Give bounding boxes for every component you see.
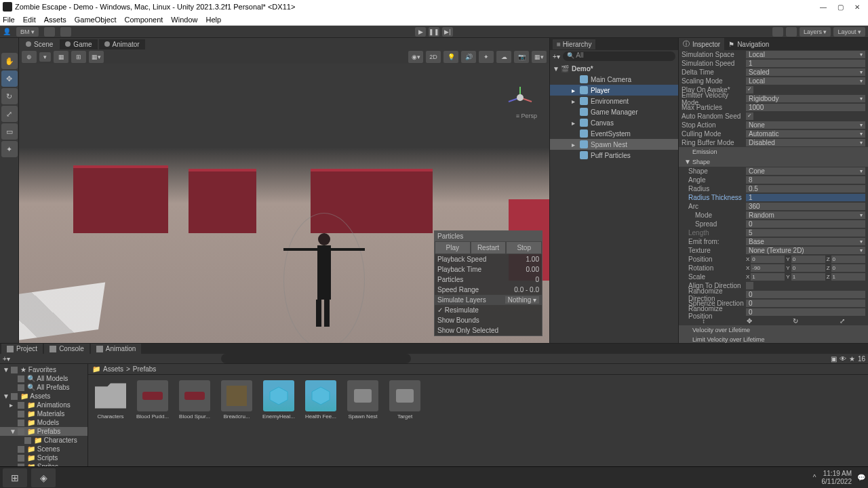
scene-visibility[interactable]: ☁ bbox=[496, 51, 511, 63]
inspector-property[interactable]: Ring Buffer ModeDisabled bbox=[679, 138, 868, 147]
inspector-module[interactable]: Emission bbox=[679, 147, 868, 157]
inspector-shape-property[interactable]: Emit from:Base bbox=[679, 237, 868, 246]
menu-component[interactable]: Component bbox=[124, 16, 163, 24]
hand-tool[interactable]: ✋ bbox=[1, 53, 18, 69]
project-tree-item[interactable]: 📁 Scripts bbox=[0, 453, 87, 462]
start-button[interactable]: ⊞ bbox=[3, 468, 27, 487]
rotate-tool[interactable]: ↻ bbox=[1, 88, 18, 104]
project-visibility-icon[interactable]: 👁 bbox=[840, 355, 846, 363]
rect-tool[interactable]: ▭ bbox=[1, 123, 18, 140]
project-tree-item[interactable]: ▼📁 Prefabs bbox=[0, 427, 87, 436]
minimize-button[interactable]: — bbox=[820, 3, 827, 11]
shape-gizmo-move-icon[interactable]: ↕ bbox=[702, 317, 705, 325]
2d-toggle[interactable]: 2D bbox=[426, 51, 441, 63]
project-breadcrumb[interactable]: 📁 Assets > Prefabs bbox=[88, 364, 868, 375]
menu-assets[interactable]: Assets bbox=[44, 16, 66, 24]
inspector-shape-property[interactable]: Radius0.5 bbox=[679, 184, 868, 193]
step-button[interactable]: ▶| bbox=[442, 27, 453, 37]
particle-row[interactable]: Simulate LayersNothing ▾ bbox=[435, 295, 542, 305]
particle-restart-button[interactable]: Restart bbox=[471, 241, 507, 254]
pause-button[interactable]: ❚❚ bbox=[429, 27, 439, 37]
inspector-shape-property[interactable]: Arc360 bbox=[679, 202, 868, 211]
tab-animation[interactable]: Animation bbox=[91, 344, 141, 354]
project-tree-item[interactable]: 📁 Characters bbox=[0, 436, 87, 445]
inspector-property[interactable]: Simulation SpaceLocal bbox=[679, 50, 868, 59]
light-toggle[interactable]: 💡 bbox=[443, 51, 458, 63]
particle-row[interactable]: Show Only Selected bbox=[435, 325, 542, 336]
project-tree-item[interactable]: ▼📁 Assets bbox=[0, 392, 87, 401]
close-button[interactable]: ✕ bbox=[854, 3, 860, 11]
menu-file[interactable]: File bbox=[3, 16, 15, 24]
audio-toggle[interactable]: 🔊 bbox=[461, 51, 476, 63]
tab-project[interactable]: Project bbox=[1, 344, 43, 354]
particle-row[interactable]: Show Bounds bbox=[435, 315, 542, 325]
inspector-module[interactable]: ▼Shape bbox=[679, 157, 868, 167]
inspector-shape-property[interactable]: ShapeCone bbox=[679, 167, 868, 176]
inspector-shape-property[interactable]: Length5 bbox=[679, 228, 868, 237]
inspector-transform-row[interactable]: RotationX-90Y0Z0 bbox=[679, 264, 868, 272]
hierarchy-search[interactable]: 🔍 All bbox=[563, 52, 675, 61]
scene-camera[interactable]: 📷 bbox=[514, 51, 529, 63]
tab-animator[interactable]: Animator bbox=[99, 39, 145, 49]
hierarchy-item[interactable]: ▸Player bbox=[550, 85, 678, 96]
menu-window[interactable]: Window bbox=[171, 16, 197, 24]
project-filter-icon[interactable]: ▣ bbox=[831, 355, 837, 363]
inspector-shape-option[interactable]: Randomize Direction0 bbox=[679, 290, 868, 299]
shape-gizmo-all-icon[interactable]: ✥ bbox=[747, 317, 752, 325]
project-tree-item[interactable]: ▸📁 Animations bbox=[0, 401, 87, 409]
inspector-module[interactable]: Velocity over Lifetime bbox=[679, 325, 868, 335]
project-fav-icon[interactable]: ★ bbox=[849, 355, 855, 363]
hierarchy-item[interactable]: Puff Particles bbox=[550, 150, 678, 161]
inspector-shape-option[interactable]: Randomize Position0 bbox=[679, 308, 868, 317]
fx-toggle[interactable]: ✦ bbox=[479, 51, 494, 63]
pivot-mode-dropdown[interactable]: ▾ bbox=[39, 52, 51, 62]
shape-gizmo-rotate-icon[interactable]: ↻ bbox=[793, 317, 798, 325]
particle-row[interactable]: ✓ Resimulate bbox=[435, 305, 542, 315]
project-tree-item[interactable]: 📁 Materials bbox=[0, 409, 87, 418]
account-icon[interactable]: 👤 bbox=[3, 28, 11, 35]
inspector-shape-property[interactable]: ModeRandom bbox=[679, 211, 868, 220]
inspector-property[interactable]: Emitter Velocity ModeRigidbody bbox=[679, 94, 868, 103]
scale-tool[interactable]: ⤢ bbox=[1, 106, 18, 122]
bm-dropdown[interactable]: BM ▾ bbox=[16, 27, 39, 37]
project-tree-item[interactable]: 🔍 All Prefabs bbox=[0, 383, 87, 392]
inspector-module[interactable]: Limit Velocity over Lifetime bbox=[679, 335, 868, 343]
inspector-transform-row[interactable]: PositionX0Y0Z0 bbox=[679, 255, 868, 264]
pivot-toggle[interactable]: ⊕ bbox=[22, 51, 37, 63]
undo-icon[interactable] bbox=[772, 27, 783, 37]
move-tool[interactable]: ✥ bbox=[1, 70, 18, 87]
shape-gizmo-scale-icon[interactable]: ⤢ bbox=[840, 317, 845, 325]
project-tree-item[interactable]: 📁 Models bbox=[0, 418, 87, 427]
layout-dropdown[interactable]: Layout ▾ bbox=[833, 27, 865, 37]
tab-navigation[interactable]: ⚑ Navigation bbox=[724, 39, 773, 49]
history-icon[interactable] bbox=[60, 27, 71, 37]
menu-help[interactable]: Help bbox=[205, 16, 221, 24]
play-button[interactable]: ▶ bbox=[415, 27, 426, 37]
hierarchy-item[interactable]: Game Manager bbox=[550, 106, 678, 117]
hierarchy-add-button[interactable]: +▾ bbox=[553, 53, 560, 60]
gizmos-dropdown[interactable]: ▦▾ bbox=[532, 51, 547, 63]
snap-increment[interactable]: ▦ bbox=[54, 51, 68, 63]
tab-inspector[interactable]: ⓘ Inspector bbox=[679, 38, 724, 50]
inspector-shape-property[interactable]: Angle8 bbox=[679, 176, 868, 184]
cloud-icon[interactable] bbox=[44, 27, 55, 37]
hierarchy-item[interactable]: EventSystem bbox=[550, 128, 678, 139]
snap-toggle[interactable]: ▦▾ bbox=[89, 51, 104, 63]
scene-viewport[interactable]: ≡ Persp Particles Play Restart Stop Play… bbox=[19, 64, 549, 343]
tray-chevron-icon[interactable]: ^ bbox=[813, 474, 816, 481]
menu-gameobject[interactable]: GameObject bbox=[75, 16, 117, 24]
shading-dropdown[interactable]: ◉▾ bbox=[408, 51, 423, 63]
hierarchy-scene-root[interactable]: ▼🎬 Demo* bbox=[550, 64, 678, 74]
notifications-icon[interactable]: 💬 bbox=[857, 474, 865, 481]
inspector-property[interactable]: Simulation Speed1 bbox=[679, 59, 868, 68]
inspector-shape-property[interactable]: TextureNone (Texture 2D) bbox=[679, 246, 868, 255]
taskbar-clock[interactable]: 11:19 AM 6/11/2022 bbox=[822, 470, 852, 486]
persp-label[interactable]: ≡ Persp bbox=[516, 113, 537, 119]
tab-scene[interactable]: Scene bbox=[20, 39, 58, 49]
maximize-button[interactable]: ▢ bbox=[837, 3, 844, 11]
project-tree-item[interactable]: 🔍 All Models bbox=[0, 374, 87, 383]
particle-play-button[interactable]: Play bbox=[435, 241, 471, 254]
hierarchy-item[interactable]: ▸Spawn Nest bbox=[550, 139, 678, 150]
snap-grid[interactable]: ⊞ bbox=[71, 51, 86, 63]
layers-dropdown[interactable]: Layers ▾ bbox=[800, 27, 831, 37]
